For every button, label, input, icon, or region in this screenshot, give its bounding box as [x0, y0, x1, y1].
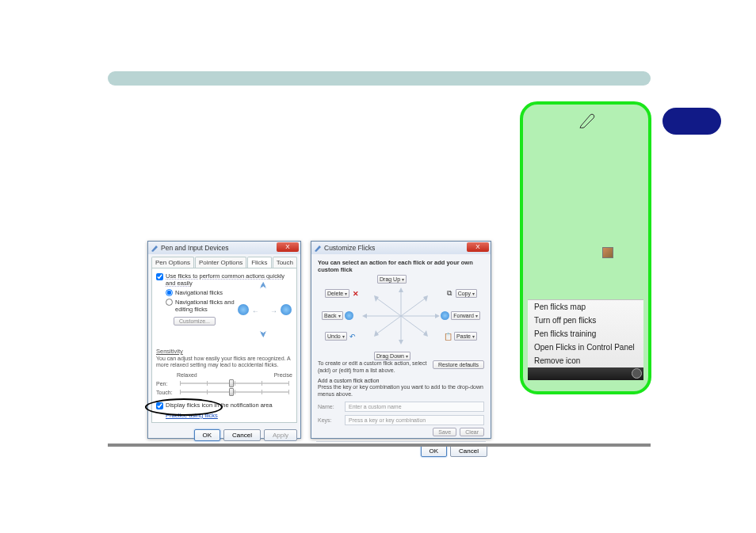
- caret-icon: ▾: [406, 353, 408, 359]
- dark-pill-badge: [662, 108, 721, 135]
- bottom-divider: [108, 444, 651, 447]
- ok-button[interactable]: OK: [194, 429, 221, 441]
- close-button[interactable]: X: [277, 242, 299, 252]
- relaxed-label: Relaxed: [177, 372, 274, 378]
- menu-item-remove-icon[interactable]: Remove icon: [528, 354, 643, 367]
- tab-pen-options[interactable]: Pen Options: [151, 257, 194, 268]
- svg-marker-4: [399, 287, 403, 292]
- arrow-left-icon: [238, 304, 249, 315]
- dropdown-forward[interactable]: Forward▾: [439, 311, 480, 320]
- titlebar[interactable]: Pen and Input Devices X: [148, 242, 300, 254]
- name-input[interactable]: Enter a custom name: [345, 402, 484, 412]
- touch-slider-thumb[interactable]: [229, 388, 234, 396]
- pen-slider-thumb[interactable]: [229, 379, 234, 387]
- delete-x-icon: ✕: [351, 289, 360, 298]
- flicks-tray-icon[interactable]: [602, 247, 613, 258]
- arrow-right-icon: [281, 304, 292, 315]
- radio-nav-label: Navigational flicks: [175, 289, 223, 296]
- copy-icon: ⧉: [445, 289, 454, 298]
- svg-marker-5: [399, 340, 403, 345]
- svg-marker-11: [423, 330, 428, 337]
- menu-item-flicks-map[interactable]: Pen flicks map: [528, 300, 643, 314]
- dropdown-drag-up[interactable]: Drag Up▾: [377, 275, 407, 284]
- name-input-row: Name: Enter a custom name: [318, 402, 484, 412]
- dropdown-paste[interactable]: 📋 Paste▾: [442, 332, 477, 341]
- paste-icon: 📋: [444, 332, 452, 341]
- create-desc: To create or edit a custom flick action,…: [318, 360, 428, 375]
- customize-flicks-dialog: Customize Flicks X You can select an act…: [311, 241, 491, 439]
- restore-defaults-button[interactable]: Restore defaults: [433, 360, 484, 369]
- dd-copy-label: Copy: [458, 291, 471, 296]
- keys-label: Keys:: [318, 417, 340, 423]
- tab-pointer-options[interactable]: Pointer Options: [195, 257, 246, 268]
- pen-app-icon: [151, 244, 158, 252]
- flick-direction-diagram: ⮝ ⮟ ← →: [236, 281, 293, 338]
- instruction-text: You can select an action for each flick …: [318, 259, 484, 273]
- precise-label: Precise: [274, 372, 292, 378]
- dd-back-label: Back: [324, 313, 337, 318]
- caret-icon: ▾: [402, 276, 404, 282]
- arrow-up-icon: ⮝: [260, 281, 267, 289]
- dialog1-button-bar: OK Cancel Apply: [148, 426, 300, 444]
- close-button[interactable]: X: [467, 242, 489, 252]
- show-desktop-icon[interactable]: [632, 368, 642, 379]
- tab-flicks[interactable]: Flicks: [247, 257, 271, 268]
- forward-arrow-icon: [441, 311, 449, 320]
- add-custom-desc: Press the key or key combination you wan…: [318, 384, 484, 398]
- pen-slider[interactable]: [180, 383, 289, 384]
- caret-icon: ▾: [472, 333, 475, 339]
- ok-button[interactable]: OK: [421, 445, 448, 457]
- header-bar: [108, 71, 651, 86]
- arrow-left-glyph: ←: [252, 307, 259, 315]
- menu-item-turn-off[interactable]: Turn off pen flicks: [528, 314, 643, 327]
- svg-marker-8: [374, 295, 379, 302]
- dropdown-copy[interactable]: ⧉ Copy▾: [444, 289, 477, 298]
- titlebar[interactable]: Customize Flicks X: [311, 242, 491, 254]
- sensitivity-heading: Sensitivity: [156, 348, 292, 355]
- cancel-button[interactable]: Cancel: [450, 445, 487, 457]
- menu-item-training[interactable]: Pen flicks training: [528, 327, 643, 341]
- dialog-title: Customize Flicks: [324, 244, 488, 252]
- use-flicks-input[interactable]: [156, 273, 163, 280]
- pen-sensitivity-slider-row: Pen:: [156, 381, 292, 386]
- dd-delete-label: Delete: [327, 291, 343, 296]
- svg-marker-9: [423, 295, 428, 302]
- pen-app-icon: [314, 244, 322, 252]
- caret-icon: ▾: [475, 313, 478, 318]
- dd-undo-label: Undo: [327, 333, 341, 339]
- touch-slider[interactable]: [180, 391, 289, 393]
- tab-touch[interactable]: Touch: [273, 257, 297, 268]
- dd-bottom-label: Drag Down: [376, 353, 404, 359]
- flick-assignment-compass: Drag Up▾ Drag Down▾ Delete▾ ✕ ⧉ Copy▾ Ba…: [322, 276, 480, 356]
- dropdown-delete[interactable]: Delete▾ ✕: [325, 289, 361, 298]
- dropdown-back[interactable]: Back▾: [322, 311, 355, 320]
- tray-context-menu: Pen flicks map Turn off pen flicks Pen f…: [528, 299, 643, 367]
- radio-nav-input[interactable]: [166, 289, 173, 296]
- svg-marker-6: [362, 314, 367, 318]
- cancel-button[interactable]: Cancel: [223, 429, 261, 441]
- dropdown-undo[interactable]: Undo▾ ↶: [325, 332, 359, 341]
- arrow-down-icon: ⮟: [260, 330, 267, 338]
- add-custom-heading: Add a custom flick action: [318, 378, 484, 385]
- radio-nav-edit-label: Navigational flicks and editing flicks: [175, 299, 237, 313]
- radio-nav-edit-input[interactable]: [166, 299, 173, 306]
- save-button[interactable]: Save: [433, 428, 456, 436]
- pen-input-devices-dialog: Pen and Input Devices X Pen Options Poin…: [147, 241, 301, 439]
- practice-link-highlight-circle: [145, 398, 223, 416]
- dropdown-drag-down[interactable]: Drag Down▾: [374, 352, 410, 360]
- notification-highlight-panel: Pen flicks map Turn off pen flicks Pen f…: [520, 101, 651, 394]
- keys-input[interactable]: Press a key or key combination: [345, 415, 484, 425]
- clear-button[interactable]: Clear: [460, 428, 484, 436]
- name-label: Name:: [318, 404, 340, 409]
- menu-item-open-cpl[interactable]: Open Flicks in Control Panel: [528, 341, 643, 354]
- sensitivity-desc: You can adjust how easily your flicks ar…: [156, 356, 292, 369]
- tab-row: Pen Options Pointer Options Flicks Touch: [148, 254, 300, 268]
- undo-icon: ↶: [349, 332, 357, 341]
- pen-icon: [578, 111, 596, 128]
- apply-button[interactable]: Apply: [264, 429, 297, 441]
- svg-marker-10: [374, 330, 379, 337]
- dd-top-label: Drag Up: [380, 276, 400, 282]
- dialog2-body: You can select an action for each flick …: [311, 254, 491, 441]
- customize-button[interactable]: Customize...: [174, 317, 216, 326]
- arrow-right-glyph: →: [270, 307, 277, 315]
